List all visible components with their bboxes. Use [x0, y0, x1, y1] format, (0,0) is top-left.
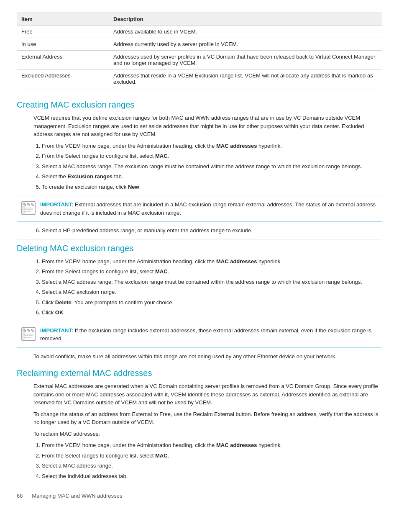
creating-important-box: ✎✎✎ IMPORTANT: External addresses that a…: [17, 196, 382, 221]
table-cell-item: In use: [17, 38, 109, 51]
footer-label: Managing MAC and WWN addresses: [32, 493, 122, 499]
creating-important-body: External addresses that are included in …: [40, 201, 376, 216]
table-header-item: Item: [17, 13, 109, 26]
reclaiming-para1: External MAC addresses are generated whe…: [33, 382, 382, 407]
deleting-step-item: Click Delete. You are prompted to confir…: [42, 298, 382, 307]
table-row: FreeAddress available to use in VCEM.: [17, 26, 382, 38]
table-header-description: Description: [109, 13, 382, 26]
table-cell-description: Addresses that reside in a VCEM Exclusio…: [109, 69, 382, 88]
deleting-step-item: From the Select ranges to configure list…: [42, 267, 382, 276]
creating-step6: Select a HP-predefined address range, or…: [42, 226, 382, 235]
svg-rect-5: [22, 201, 25, 215]
creating-step-item: Select the Exclusion ranges tab.: [42, 172, 382, 181]
reclaiming-step-item: Select the Individual addresses tab.: [42, 472, 382, 481]
deleting-step-item: Select a MAC exclusion range.: [42, 288, 382, 296]
deleting-important-label: IMPORTANT:: [40, 327, 73, 334]
deleting-step-item: From the VCEM home page, under the Admin…: [42, 257, 382, 266]
footer-spacer: [24, 493, 30, 499]
reclaiming-para2: To change the status of an address from …: [33, 410, 382, 427]
deleting-note: To avoid conflicts, make sure all addres…: [33, 352, 382, 361]
creating-important-text: IMPORTANT: External addresses that are i…: [40, 200, 378, 217]
table-cell-item: Excluded Addresses: [17, 69, 109, 88]
creating-step-item: To create the exclusion range, click New…: [42, 183, 382, 191]
info-table: Item Description FreeAddress available t…: [17, 13, 382, 88]
deleting-important-content: If the exclusion range includes external…: [40, 327, 371, 342]
section-divider-2: [17, 364, 382, 364]
table-cell-description: Addresses used by server profiles in a V…: [109, 51, 382, 69]
deleting-section-heading: Deleting MAC exclusion ranges: [17, 244, 382, 253]
page-number: 68: [17, 493, 23, 499]
table-cell-item: Free: [17, 26, 109, 38]
table-cell-description: Address currently used by a server profi…: [109, 38, 382, 51]
creating-intro: VCEM requires that you define exclusion …: [33, 114, 382, 139]
table-row: External AddressAddresses used by server…: [17, 51, 382, 69]
table-row: In useAddress currently used by a server…: [17, 38, 382, 51]
reclaiming-steps-list: From the VCEM home page, under the Admin…: [42, 441, 382, 480]
creating-step-item: From the Select ranges to configure list…: [42, 152, 382, 160]
svg-rect-11: [22, 327, 25, 341]
creating-important-label: IMPORTANT:: [40, 201, 73, 208]
table-row: Excluded AddressesAddresses that reside …: [17, 69, 382, 88]
creating-step-item: Select a MAC address range. The exclusio…: [42, 162, 382, 171]
reclaiming-step-item: Select a MAC address range.: [42, 462, 382, 470]
reclaiming-section-heading: Reclaiming external MAC addresses: [17, 368, 382, 378]
deleting-step-item: Select a MAC address range. The exclusio…: [42, 278, 382, 286]
creating-steps-list: From the VCEM home page, under the Admin…: [42, 142, 382, 191]
important-icon-deleting: ✎✎✎: [21, 326, 36, 342]
section-divider-1: [17, 239, 382, 239]
creating-section-heading: Creating MAC exclusion ranges: [17, 100, 382, 110]
creating-step-item: From the VCEM home page, under the Admin…: [42, 142, 382, 150]
important-icon-creating: ✎✎✎: [21, 200, 36, 216]
table-cell-description: Address available to use in VCEM.: [109, 26, 382, 38]
page-footer: 68 Managing MAC and WWN addresses: [17, 493, 382, 499]
reclaiming-step-item: From the VCEM home page, under the Admin…: [42, 441, 382, 450]
creating-step6-list: Select a HP-predefined address range, or…: [42, 226, 382, 235]
deleting-important-text: IMPORTANT: If the exclusion range includ…: [40, 326, 378, 343]
table-cell-item: External Address: [17, 51, 109, 69]
deleting-step-item: Click OK.: [42, 308, 382, 317]
reclaiming-para3: To reclaim MAC addresses:: [33, 430, 382, 438]
reclaiming-step-item: From the Select ranges to configure list…: [42, 452, 382, 460]
deleting-important-box: ✎✎✎ IMPORTANT: If the exclusion range in…: [17, 322, 382, 347]
deleting-steps-list: From the VCEM home page, under the Admin…: [42, 257, 382, 317]
